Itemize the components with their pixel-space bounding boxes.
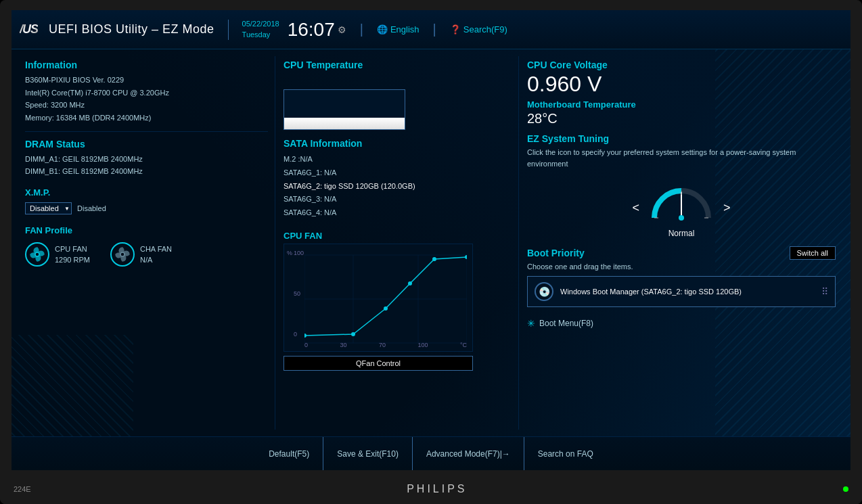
information-title: Information	[25, 60, 268, 70]
boot-priority-header: Boot Priority Switch all	[527, 246, 836, 260]
cha-fan-icon	[110, 242, 135, 267]
sata6g-2: SATA6G_2: tigo SSD 120GB (120.0GB)	[283, 180, 510, 193]
cpu-fan-info: CPU FAN 1290 RPM	[55, 244, 90, 266]
advanced-label: Advanced Mode(F7)|→	[426, 449, 510, 459]
svg-point-0	[35, 252, 39, 256]
asterisk-icon: ✳	[527, 318, 535, 329]
fan-chart-svg	[304, 250, 467, 348]
header-divider	[228, 20, 229, 40]
mb-temp-value: 28°C	[527, 111, 836, 127]
boot-item-drag-handle: ⠿	[821, 286, 828, 297]
gauge-mode-label: Normal	[648, 229, 715, 238]
monitor-led	[843, 486, 848, 492]
boot-menu-label: Boot Menu(F8)	[539, 319, 593, 328]
boot-item-name: Windows Boot Manager (SATA6G_2: tigo SSD…	[560, 288, 815, 296]
left-column: Information B360M-PIXIU BIOS Ver. 0229 I…	[18, 56, 275, 430]
main-content: Information B360M-PIXIU BIOS Ver. 0229 I…	[12, 49, 850, 436]
gauge-svg	[648, 177, 715, 225]
default-button[interactable]: Default(F5)	[255, 437, 323, 470]
search-faq-label: Search on FAQ	[538, 449, 593, 459]
search-button[interactable]: ❓ Search(F9)	[450, 24, 507, 35]
cpu-fan-section: CPU FAN % 100 50 0	[283, 231, 510, 371]
clock-time: 16:07	[288, 19, 335, 41]
sata-m2: M.2 :N/A	[283, 153, 510, 166]
prev-mode-button[interactable]: <	[632, 201, 639, 215]
chart-x-ticks: 0 30 70 100 °C	[304, 342, 467, 348]
sata-title: SATA Information	[283, 138, 510, 149]
cpu-voltage-section: CPU Core Voltage 0.960 V	[527, 60, 836, 97]
chart-y-label: %	[287, 250, 292, 256]
save-exit-label: Save & Exit(F10)	[337, 449, 399, 459]
cpu-fan-rpm: 1290 RPM	[55, 254, 90, 266]
ez-tuning-desc: Click the icon to specify your preferred…	[527, 147, 836, 169]
globe-icon: 🌐	[377, 24, 388, 35]
default-label: Default(F5)	[269, 449, 309, 459]
fan-section: FAN Profile	[25, 225, 268, 267]
header-clock: 16:07 ⚙	[288, 19, 346, 41]
qfan-button[interactable]: QFan Control	[283, 356, 473, 371]
search-faq-button[interactable]: Search on FAQ	[524, 437, 607, 470]
xmp-select-wrapper[interactable]: Disabled Profile1 Profile2	[25, 202, 72, 214]
svg-point-1	[120, 252, 124, 256]
sata-section: SATA Information M.2 :N/A SATA6G_1: N/A …	[283, 138, 510, 220]
dram-section: DRAM Status DIMM_A1: GEIL 8192MB 2400MHz…	[25, 139, 268, 178]
svg-point-13	[432, 257, 436, 261]
dram-dimm-b1: DIMM_B1: GEIL 8192MB 2400MHz	[25, 165, 268, 178]
mb-temp-section: Motherboard Temperature 28°C	[527, 99, 836, 127]
ez-tuning-title: EZ System Tuning	[527, 133, 836, 144]
cpu-voltage-value: 0.960 V	[527, 72, 836, 97]
cpu-voltage-label: CPU Core Voltage	[527, 60, 836, 70]
cpu-fan-svg	[29, 246, 45, 262]
language-label: English	[390, 24, 419, 35]
next-mode-button[interactable]: >	[723, 201, 731, 215]
sata6g-3: SATA6G_3: N/A	[283, 193, 510, 206]
info-board: B360M-PIXIU BIOS Ver. 0229	[25, 74, 268, 87]
cpu-temp-section: CPU Temperature	[283, 60, 510, 130]
divider1	[25, 131, 268, 132]
svg-point-11	[384, 306, 388, 311]
boot-menu-button[interactable]: ✳ Boot Menu(F8)	[527, 318, 836, 329]
dram-dimm-a1: DIMM_A1: GEIL 8192MB 2400MHz	[25, 153, 268, 166]
header-title: UEFI BIOS Utility – EZ Mode	[49, 22, 214, 37]
search-label: Search(F9)	[463, 24, 507, 35]
cha-fan-rpm: N/A	[140, 254, 172, 266]
bios-screen: /US UEFI BIOS Utility – EZ Mode 05/22/20…	[12, 10, 850, 470]
sata6g-1: SATA6G_1: N/A	[283, 166, 510, 180]
cpu-fan-label: CPU FAN	[55, 244, 90, 255]
middle-column: CPU Temperature SATA Information M.2 :N/…	[275, 56, 519, 430]
cha-fan-label: CHA FAN	[140, 244, 172, 255]
header-day: Tuesday	[242, 30, 279, 40]
save-exit-button[interactable]: Save & Exit(F10)	[323, 437, 413, 470]
dram-title: DRAM Status	[25, 139, 268, 150]
info-speed: Speed: 3200 MHz	[25, 99, 268, 112]
language-button[interactable]: 🌐 English	[377, 24, 419, 35]
sata6g-4: SATA6G_4: N/A	[283, 206, 510, 220]
boot-priority-title: Boot Priority	[527, 248, 585, 258]
xmp-section: X.M.P. Disabled Profile1 Profile2 Disabl…	[25, 187, 268, 214]
switch-all-button[interactable]: Switch all	[790, 246, 836, 260]
asus-logo: /US	[20, 22, 38, 37]
header-sep: |	[360, 22, 363, 37]
monitor-model: 224E	[14, 485, 31, 493]
boot-item[interactable]: 💿 Windows Boot Manager (SATA6G_2: tigo S…	[527, 276, 836, 307]
cha-fan-info: CHA FAN N/A	[140, 244, 172, 266]
header-sep2: |	[433, 22, 436, 37]
info-cpu: Intel(R) Core(TM) i7-8700 CPU @ 3.20GHz	[25, 87, 268, 99]
monitor: /US UEFI BIOS Utility – EZ Mode 05/22/20…	[0, 0, 862, 504]
bottom-bar: Default(F5) Save & Exit(F10) Advanced Mo…	[12, 436, 850, 470]
xmp-control: Disabled Profile1 Profile2 Disabled	[25, 202, 268, 214]
fan-items: CPU FAN 1290 RPM	[25, 242, 268, 267]
settings-icon[interactable]: ⚙	[338, 24, 346, 35]
right-column: CPU Core Voltage 0.960 V Motherboard Tem…	[519, 56, 844, 430]
xmp-status: Disabled	[77, 204, 106, 212]
header-bar: /US UEFI BIOS Utility – EZ Mode 05/22/20…	[12, 10, 850, 49]
cha-fan-svg	[114, 246, 131, 262]
gauge-wrapper: Normal	[648, 177, 715, 238]
boot-priority-desc: Choose one and drag the items.	[527, 262, 836, 271]
monitor-brand: PHILIPS	[407, 483, 467, 495]
svg-point-9	[304, 334, 307, 338]
date-block: 05/22/2018 Tuesday	[242, 19, 279, 40]
cha-fan-item: CHA FAN N/A	[110, 242, 172, 267]
advanced-mode-button[interactable]: Advanced Mode(F7)|→	[413, 437, 524, 470]
xmp-select[interactable]: Disabled Profile1 Profile2	[25, 202, 72, 214]
